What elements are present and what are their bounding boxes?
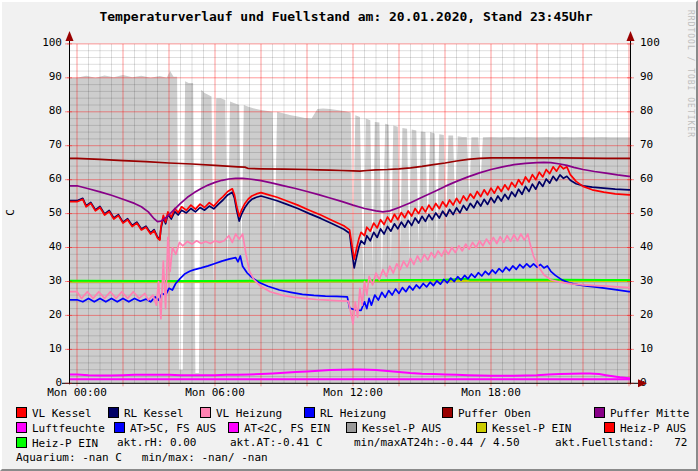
chart-canvas (2, 2, 698, 471)
rrd-graph: Temperaturverlauf und Fuellstand am: 20.… (0, 0, 698, 471)
